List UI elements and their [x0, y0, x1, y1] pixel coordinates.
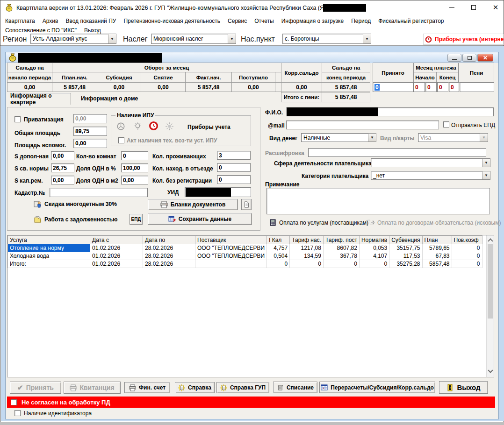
uid-label: УИД: [167, 189, 179, 196]
nasleg-select[interactable]: Мюрюнский наслег ▼: [151, 34, 236, 44]
table-row-cold-water[interactable]: Холодная вода 01.02.2026 28.02.2026 ООО …: [8, 252, 482, 260]
category-select[interactable]: _нет ▼: [371, 171, 490, 180]
chevron-down-icon[interactable]: ▼: [482, 159, 490, 167]
region-select[interactable]: Усть-Алданский улус ▼: [30, 34, 116, 44]
table-row-heating[interactable]: Отопление на норму 01.02.2026 28.02.2026…: [8, 244, 482, 252]
spisanie-button[interactable]: Списание: [273, 382, 317, 393]
consent-checkbox[interactable]: [11, 399, 17, 405]
month-start-input-2[interactable]: 0: [425, 82, 437, 92]
residents-input[interactable]: 3: [217, 151, 251, 160]
rooms-input[interactable]: 0: [121, 151, 148, 160]
odn-pct-label: Доля ОДН в %: [76, 165, 116, 172]
col-data-po[interactable]: Дата по: [143, 236, 195, 244]
accepted-input[interactable]: 0: [373, 82, 413, 92]
menu-informaciya-o-zagruzke[interactable]: Информация о загрузке: [281, 18, 344, 24]
menu-fiskalnyy-registrator[interactable]: Фискальный регистратор: [378, 18, 444, 24]
chevron-down-icon[interactable]: ▼: [363, 34, 371, 43]
odn-pct-input[interactable]: 100,00: [121, 163, 148, 172]
document-page-button[interactable]: [241, 199, 252, 210]
debt-work-button[interactable]: Работа с задолженностью: [34, 215, 117, 223]
col-usluga[interactable]: Услуга: [8, 236, 90, 244]
col-normativ[interactable]: Норматив: [359, 236, 389, 244]
cell-selected[interactable]: Отопление на норму: [8, 244, 90, 252]
note-textarea[interactable]: [266, 188, 490, 214]
menu-vyhod[interactable]: Выход: [84, 27, 101, 34]
identifier-checkbox[interactable]: [14, 410, 21, 416]
col-plan[interactable]: План: [422, 236, 452, 244]
scrollbar-thumb[interactable]: [488, 244, 493, 319]
send-epd-checkbox[interactable]: [443, 121, 449, 128]
s-add-input[interactable]: 0,00: [51, 151, 74, 160]
meters-internet-button[interactable]: Приборы учета (интернет): [423, 34, 504, 45]
ipu-act-checkbox[interactable]: [118, 137, 124, 143]
epd-button[interactable]: ЕПД: [130, 214, 143, 225]
peni-input[interactable]: [460, 82, 494, 92]
menu-sopostavlenie-iks[interactable]: Сопоставление с ПО "ИКС": [5, 27, 77, 34]
table-scrollbar[interactable]: [486, 235, 494, 377]
privatization-input[interactable]: 0,00: [73, 114, 107, 123]
fin-account-button[interactable]: Фин. счет: [124, 382, 170, 393]
decode-input[interactable]: [308, 148, 486, 157]
window-minimize-button[interactable]: [444, 2, 460, 13]
col-tarif-post[interactable]: Тариф. пост: [323, 236, 359, 244]
tab-apartment-info[interactable]: Информация о квартире: [10, 93, 71, 105]
pay-by-services-button[interactable]: Оплата по услугам (поставщикам): [269, 219, 368, 227]
month-end-input-1[interactable]: 0: [437, 82, 448, 92]
unregistered-label: Кол. без регистрации: [152, 177, 212, 184]
account-close-button[interactable]: ✕: [477, 54, 493, 62]
mail-input[interactable]: [286, 120, 439, 129]
window-close-button[interactable]: ✕: [488, 2, 504, 13]
document-blanks-label: Бланки документов: [171, 201, 226, 208]
spravka-button[interactable]: Справка: [175, 382, 215, 393]
settlement-select[interactable]: с. Борогонцы ▼: [282, 34, 371, 44]
s-cap-input[interactable]: 0,00: [51, 176, 74, 184]
menu-arhiv[interactable]: Архив: [43, 18, 58, 24]
menu-kvartplata[interactable]: Квартплата: [5, 18, 35, 24]
col-pov-koef[interactable]: Пов.коэф: [452, 236, 482, 244]
month-start-input-1[interactable]: 0: [413, 82, 425, 92]
sphere-select[interactable]: _ ▼: [371, 158, 490, 167]
consent-bar: Не согласен на обработку ПД: [7, 397, 495, 408]
aux-area-input[interactable]: 0,00: [73, 139, 107, 148]
col-tarif-nas[interactable]: Тариф нас.: [290, 236, 324, 244]
odn-m2-input[interactable]: 0,00: [121, 176, 148, 184]
s-over-input[interactable]: 26,75: [51, 163, 74, 172]
col-gkal[interactable]: ГКал: [267, 236, 290, 244]
window-maximize-button[interactable]: [466, 2, 482, 13]
account-maximize-button[interactable]: [462, 54, 476, 62]
month-end-input-2[interactable]: 0: [449, 82, 459, 92]
total-area-input[interactable]: 89,75: [73, 127, 107, 136]
menu-servis[interactable]: Сервис: [228, 18, 247, 24]
chevron-down-icon[interactable]: ▼: [108, 34, 116, 43]
scroll-down-arrow[interactable]: [487, 368, 494, 376]
spravka-gup-button[interactable]: Справка ГУП: [216, 382, 269, 393]
col-postavshchik[interactable]: Поставщик: [195, 236, 267, 244]
chevron-down-icon[interactable]: ▼: [368, 134, 376, 142]
unregistered-input[interactable]: 0: [217, 175, 251, 184]
menu-pretenzii[interactable]: Претензионно-исковая деятельность: [123, 18, 220, 24]
accept-button[interactable]: ✔ Принять: [10, 382, 61, 394]
cadastre-input[interactable]: [50, 188, 148, 197]
redacted-fio: [287, 107, 378, 116]
menu-otchety[interactable]: Отчеты: [254, 18, 274, 24]
exit-button[interactable]: Выход: [439, 381, 488, 394]
services-grid[interactable]: Услуга Дата с Дата по Поставщик ГКал Тар…: [7, 235, 482, 268]
chevron-down-icon[interactable]: ▼: [228, 34, 236, 43]
col-data-s[interactable]: Дата с: [90, 236, 143, 244]
tab-house-info[interactable]: Информация о доме: [81, 95, 138, 102]
col-subvenciya[interactable]: Субвенция: [389, 236, 422, 244]
privatization-checkbox[interactable]: [14, 116, 21, 122]
away-input[interactable]: 0: [217, 163, 251, 172]
document-blanks-button[interactable]: Бланки документов: [148, 199, 238, 210]
menu-period[interactable]: Период: [351, 18, 371, 24]
menu-vvod-pokazaniy[interactable]: Ввод показаний ПУ: [65, 18, 116, 24]
table-row-total[interactable]: Итого: 01.02.2026 28.02.2026 0 0 0 0 352…: [8, 260, 482, 268]
money-type-select[interactable]: Наличные ▼: [301, 133, 376, 142]
save-data-button[interactable]: Сохранить данные: [148, 213, 252, 225]
account-minimize-button[interactable]: [447, 54, 461, 62]
send-epd-label: Отправлять ЕПД: [451, 122, 495, 128]
chevron-down-icon[interactable]: ▼: [482, 171, 490, 179]
recalc-button[interactable]: Перерасчеты/Субсидия/Корр.сальдо: [319, 382, 435, 393]
receipt-button[interactable]: Квитанция: [64, 382, 121, 394]
discount-button[interactable]: Скидка многодетным 30%: [34, 200, 117, 208]
